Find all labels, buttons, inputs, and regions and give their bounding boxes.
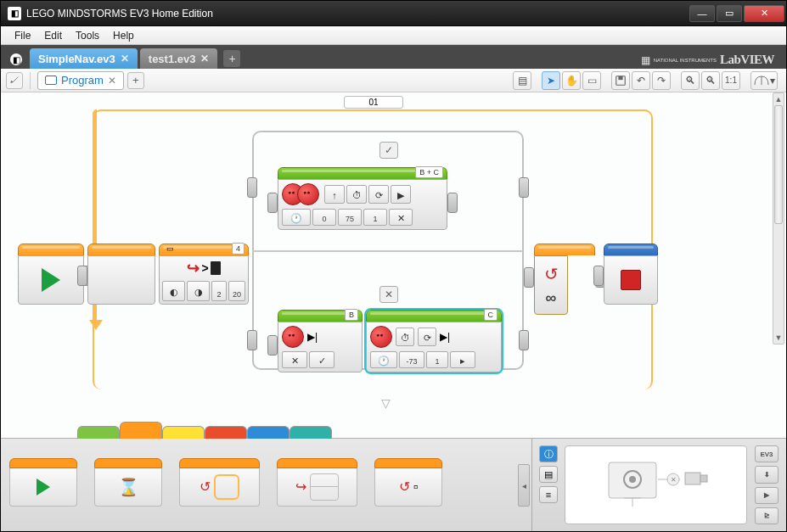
palette-tab-sensor[interactable] (162, 426, 205, 439)
large-motor-c-block[interactable]: C ⏱ ⟳ ▶| 🕐 -73 1 ▸ (366, 310, 502, 372)
svg-point-5 (629, 476, 636, 483)
stop-icon (621, 270, 641, 290)
home-tab[interactable]: ◧ (6, 50, 26, 69)
play-icon (42, 268, 60, 292)
menubar: File Edit Tools Help (1, 26, 786, 45)
add-program-button[interactable]: + (127, 72, 144, 89)
run-button[interactable]: ▶ (755, 487, 779, 504)
save-button[interactable] (611, 71, 630, 90)
brick-info-button[interactable]: ⓘ (539, 445, 558, 462)
zoom-out-button[interactable]: 🔍︎ (681, 71, 700, 90)
close-icon[interactable]: ✕ (108, 75, 116, 87)
motor-icon (282, 326, 304, 348)
loop-start[interactable] (87, 244, 155, 305)
menu-edit[interactable]: Edit (37, 28, 69, 43)
port-label[interactable]: C (484, 309, 498, 321)
palette-tab-myblocks[interactable] (290, 426, 332, 439)
available-bricks-button[interactable]: ≡ (539, 486, 558, 503)
maximize-button[interactable]: ▭ (717, 5, 742, 22)
palette-switch-block[interactable]: ↪ (277, 458, 357, 518)
labview-brand: ▦ NATIONAL INSTRUMENTS LabVIEW (634, 51, 781, 69)
palette-tab-flow[interactable] (120, 422, 162, 439)
port-label[interactable]: B + C (415, 166, 443, 178)
switch-true-tab[interactable]: ✓ (379, 142, 398, 159)
palette-loop-interrupt-block[interactable]: ↺▫ (374, 458, 442, 518)
canvas[interactable]: 01 ✓ ✕ 4 ▭ (1, 92, 786, 438)
switch-icon: ↪ (187, 259, 200, 277)
zoom-reset-button[interactable]: 1:1 (722, 71, 740, 90)
menu-tools[interactable]: Tools (69, 28, 106, 43)
project-properties-button[interactable] (6, 72, 23, 89)
block-palette: ⌛ ↺ ↪ ↺▫ ◂ (1, 439, 531, 531)
palette-tab-data[interactable] (205, 426, 247, 439)
bottom-panel: ⌛ ↺ ↪ ↺▫ ◂ ⓘ ▤ ≡ (1, 438, 786, 531)
palette-tab-action[interactable] (77, 426, 120, 439)
connection-diagram: ✕ (565, 445, 747, 524)
switch-false-tab[interactable]: ✕ (379, 286, 398, 303)
motor-icon (297, 183, 319, 205)
palette-wait-block[interactable]: ⌛ (94, 458, 162, 518)
run-selected-button[interactable]: ⊵ (755, 507, 779, 524)
content-editor-button[interactable]: ▾ (750, 71, 778, 90)
expand-switch-icon[interactable]: ▽ (381, 396, 391, 410)
palette-start-block[interactable] (9, 458, 77, 518)
app-icon: ◧ (8, 7, 21, 20)
palette-loop-block[interactable]: ↺ (179, 458, 260, 518)
redo-button[interactable]: ↷ (652, 71, 671, 90)
vertical-scrollbar[interactable]: ▲ ▼ (773, 92, 784, 344)
loop-end-block[interactable]: ↺ ∞ (534, 244, 595, 315)
pan-tool-button[interactable]: ✋ (562, 71, 581, 90)
titlebar: ◧ LEGO MINDSTORMS EV3 Home Edition — ▭ ✕ (1, 1, 786, 26)
port-view-button[interactable]: ▤ (539, 466, 558, 483)
close-icon[interactable]: ✕ (200, 53, 209, 64)
loop-icon: ↺ (544, 264, 559, 284)
window: ◧ LEGO MINDSTORMS EV3 Home Edition — ▭ ✕… (0, 0, 787, 532)
palette-category-tabs (77, 426, 332, 439)
tab-simplenav[interactable]: SimpleNav.ev3 ✕ (30, 48, 138, 69)
motor-icon (370, 326, 392, 348)
zoom-in-button[interactable]: 🔍︎ (701, 71, 720, 90)
stop-block[interactable] (604, 244, 658, 305)
sensor-icon (211, 261, 221, 275)
start-block[interactable] (18, 244, 84, 305)
infinity-icon: ∞ (546, 289, 557, 307)
close-icon[interactable]: ✕ (121, 53, 129, 64)
move-steering-block[interactable]: B + C ↑ ⏱ ⟳ ▶ 🕐 0 75 1 (278, 167, 447, 230)
comparison-icon: > (201, 261, 208, 275)
svg-rect-1 (618, 76, 622, 79)
menu-file[interactable]: File (8, 28, 37, 43)
undo-button[interactable]: ↶ (632, 71, 650, 90)
close-button[interactable]: ✕ (744, 5, 784, 22)
port-label[interactable]: B (345, 309, 358, 321)
svg-rect-12 (700, 475, 707, 482)
color-sensor-switch-block[interactable]: 4 ▭ ↪ > ◐ ◑ 2 20 (159, 244, 249, 305)
add-tab-button[interactable]: + (223, 50, 240, 67)
comment-tool-button[interactable]: ▭ (582, 71, 601, 90)
program-tab[interactable]: Program ✕ (37, 71, 124, 90)
hardware-panel: ⓘ ▤ ≡ ✕ EV3 ⬇ (531, 439, 786, 531)
menu-help[interactable]: Help (106, 28, 141, 43)
palette-tab-advanced[interactable] (247, 426, 290, 439)
tab-test1[interactable]: test1.ev3 ✕ (140, 48, 218, 69)
program-icon (45, 76, 57, 85)
loop-name-label[interactable]: 01 (344, 96, 403, 109)
large-motor-b-block[interactable]: B ▶| ✕ ✓ (278, 310, 363, 372)
svg-text:✕: ✕ (670, 476, 676, 484)
project-tabs: ◧ SimpleNav.ev3 ✕ test1.ev3 ✕ + ▦ NATION… (1, 45, 786, 69)
pointer-tool-button[interactable]: ➤ (542, 71, 560, 90)
minimize-button[interactable]: — (689, 5, 715, 22)
svg-rect-11 (685, 473, 700, 484)
ev3-badge: EV3 (755, 445, 779, 462)
document-button[interactable]: ▤ (513, 71, 531, 90)
palette-collapse-button[interactable]: ◂ (518, 464, 530, 507)
toolbar: Program ✕ + ▤ ➤ ✋ ▭ ↶ ↷ 🔍︎ 🔍︎ 1:1 ▾ (1, 69, 786, 92)
port-label[interactable]: 4 (232, 243, 245, 255)
download-button[interactable]: ⬇ (755, 466, 779, 483)
window-title: LEGO MINDSTORMS EV3 Home Edition (26, 8, 213, 20)
